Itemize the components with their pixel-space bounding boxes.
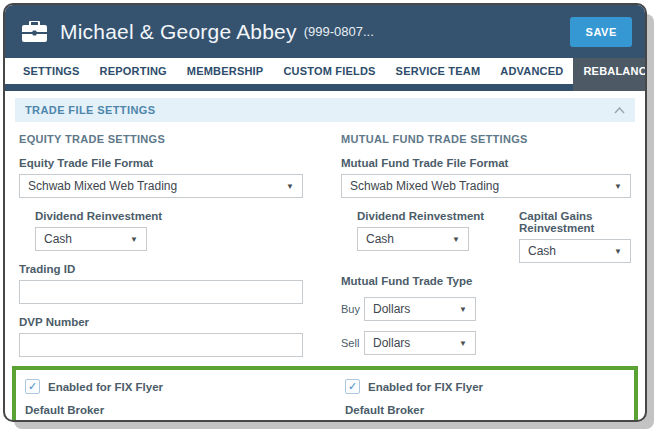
equity-trade-file-format-label: Equity Trade File Format (19, 157, 303, 169)
mf-default-broker-label: Default Broker (345, 404, 625, 416)
mf-fix-flyer-group: ✓ Enabled for FIX Flyer Default Broker S… (345, 373, 625, 422)
equity-fix-flyer-label: Enabled for FIX Flyer (48, 381, 163, 393)
mf-dividend-reinvestment-value: Cash (366, 232, 394, 246)
equity-dividend-reinvestment-label: Dividend Reinvestment (35, 210, 303, 222)
chevron-up-icon[interactable] (614, 107, 625, 114)
capital-gains-reinvestment-value: Cash (528, 244, 556, 258)
dvp-number-label: DVP Number (19, 316, 303, 328)
buy-trade-type-dropdown[interactable]: Dollars ▼ (364, 297, 476, 321)
save-button[interactable]: SAVE (570, 17, 632, 47)
trade-file-settings-section-header[interactable]: TRADE FILE SETTINGS (15, 98, 635, 122)
trading-id-input[interactable] (19, 280, 303, 304)
equity-heading: EQUITY TRADE SETTINGS (19, 133, 303, 145)
mf-fix-flyer-label: Enabled for FIX Flyer (368, 381, 483, 393)
caret-down-icon: ▼ (614, 182, 622, 191)
section-title: TRADE FILE SETTINGS (25, 104, 155, 116)
capital-gains-reinvestment-label: Capital Gains Reinvestment (519, 210, 631, 234)
app-window: Michael & George Abbey (999-0807... SAVE… (3, 3, 647, 422)
equity-fix-flyer-group: ✓ Enabled for FIX Flyer Default Broker S… (25, 373, 305, 422)
tab-rebalancing[interactable]: REBALANCING (573, 58, 647, 91)
equity-trade-file-format-value: Schwab Mixed Web Trading (28, 179, 177, 193)
mf-dividend-reinvestment-label: Dividend Reinvestment (357, 210, 519, 222)
mf-dividend-reinvestment-dropdown[interactable]: Cash ▼ (357, 227, 469, 251)
mf-trade-file-format-label: Mutual Fund Trade File Format (341, 157, 631, 169)
equity-fix-flyer-checkbox[interactable]: ✓ (25, 379, 40, 394)
mf-trade-file-format-dropdown[interactable]: Schwab Mixed Web Trading ▼ (341, 174, 631, 198)
mf-default-broker-dropdown[interactable]: Schwab ▼ (345, 421, 625, 422)
caret-down-icon: ▼ (130, 235, 138, 244)
account-number: (999-0807... (304, 24, 374, 39)
capital-gains-reinvestment-dropdown[interactable]: Cash ▼ (519, 239, 631, 263)
caret-down-icon: ▼ (452, 235, 460, 244)
check-icon: ✓ (28, 381, 37, 392)
fix-flyer-highlight-box: ✓ Enabled for FIX Flyer Default Broker S… (12, 366, 638, 422)
sell-label: Sell (341, 337, 364, 349)
check-icon: ✓ (348, 381, 357, 392)
equity-trade-file-format-dropdown[interactable]: Schwab Mixed Web Trading ▼ (19, 174, 303, 198)
tab-advanced[interactable]: ADVANCED (490, 58, 573, 84)
tab-bar-underline (5, 84, 645, 91)
mf-trade-file-format-value: Schwab Mixed Web Trading (350, 179, 499, 193)
caret-down-icon: ▼ (459, 305, 467, 314)
sell-trade-type-dropdown[interactable]: Dollars ▼ (364, 331, 476, 355)
trading-id-label: Trading ID (19, 263, 303, 275)
tab-settings[interactable]: SETTINGS (13, 58, 90, 84)
buy-label: Buy (341, 303, 364, 315)
briefcase-icon (21, 21, 48, 43)
equity-dividend-reinvestment-dropdown[interactable]: Cash ▼ (35, 227, 147, 251)
tab-custom-fields[interactable]: CUSTOM FIELDS (273, 58, 385, 84)
mf-fix-flyer-checkbox[interactable]: ✓ (345, 379, 360, 394)
equity-default-broker-dropdown[interactable]: Schwab ▼ (25, 421, 305, 422)
trade-file-settings-panel: EQUITY TRADE SETTINGS Equity Trade File … (5, 122, 645, 422)
mutual-fund-heading: MUTUAL FUND TRADE SETTINGS (341, 133, 631, 145)
caret-down-icon: ▼ (459, 339, 467, 348)
sell-trade-type-value: Dollars (373, 336, 410, 350)
tab-reporting[interactable]: REPORTING (90, 58, 177, 84)
buy-trade-type-value: Dollars (373, 302, 410, 316)
tab-membership[interactable]: MEMBERSHIP (177, 58, 274, 84)
page-title: Michael & George Abbey (60, 20, 297, 44)
equity-default-broker-label: Default Broker (25, 404, 305, 416)
mf-trade-type-label: Mutual Fund Trade Type (341, 275, 631, 287)
account-header: Michael & George Abbey (999-0807... SAVE (5, 5, 645, 58)
caret-down-icon: ▼ (286, 182, 294, 191)
tab-bar: SETTINGS REPORTING MEMBERSHIP CUSTOM FIE… (5, 58, 645, 91)
mutual-fund-trade-settings-column: MUTUAL FUND TRADE SETTINGS Mutual Fund T… (341, 124, 631, 357)
equity-trade-settings-column: EQUITY TRADE SETTINGS Equity Trade File … (19, 124, 303, 357)
equity-dividend-reinvestment-value: Cash (44, 232, 72, 246)
tab-service-team[interactable]: SERVICE TEAM (386, 58, 491, 84)
dvp-number-input[interactable] (19, 333, 303, 357)
caret-down-icon: ▼ (614, 247, 622, 256)
